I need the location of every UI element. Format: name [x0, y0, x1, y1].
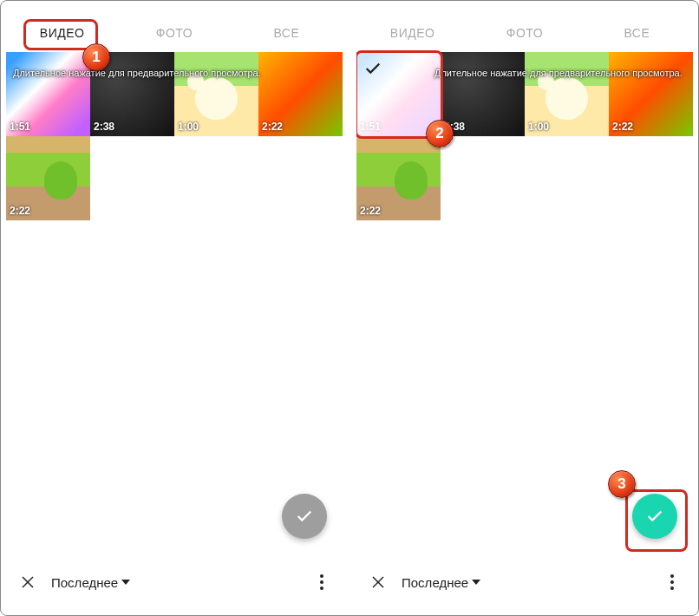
tabs: ВИДЕО ФОТО ВСЕ: [6, 14, 343, 52]
close-icon: [370, 574, 386, 590]
duration-label: 2:22: [10, 205, 30, 217]
thumbnail[interactable]: 2:22: [609, 52, 693, 136]
duration-label: 2:38: [444, 121, 465, 133]
check-icon: [295, 507, 314, 526]
confirm-fab[interactable]: [632, 494, 677, 539]
chevron-down-icon: [121, 578, 130, 587]
thumbnail[interactable]: 1:00: [174, 52, 258, 136]
filter-label: Последнее: [402, 575, 468, 590]
selected-check-icon: [363, 59, 382, 78]
thumbnail[interactable]: 2:38: [441, 52, 525, 136]
close-icon: [20, 574, 36, 590]
filter-label: Последнее: [51, 575, 118, 590]
thumbnail[interactable]: 2:22: [258, 52, 343, 136]
bottom-bar: Последнее: [6, 560, 343, 604]
filter-dropdown[interactable]: Последнее: [51, 575, 130, 590]
overflow-menu[interactable]: [663, 574, 681, 590]
svg-marker-5: [472, 580, 480, 585]
screen-left: ВИДЕО ФОТО ВСЕ Длительное нажатие для пр…: [6, 14, 343, 604]
close-button[interactable]: [18, 574, 37, 590]
duration-label: 2:22: [612, 121, 633, 133]
svg-marker-2: [121, 580, 130, 585]
filter-dropdown[interactable]: Последнее: [402, 575, 480, 590]
gallery: Длительное нажатие для предварительного …: [356, 52, 693, 220]
duration-label: 1:51: [360, 121, 381, 133]
tab-video[interactable]: ВИДЕО: [356, 26, 468, 40]
close-button[interactable]: [369, 574, 388, 590]
tab-photo[interactable]: ФОТО: [468, 26, 580, 40]
duration-label: 1:00: [178, 121, 199, 133]
tab-photo[interactable]: ФОТО: [118, 26, 230, 40]
duration-label: 1:51: [10, 121, 30, 133]
tab-all[interactable]: ВСЕ: [581, 26, 693, 40]
thumbnail[interactable]: 1:51: [6, 52, 90, 136]
tabs: ВИДЕО ФОТО ВСЕ: [356, 14, 693, 52]
screen-right: ВИДЕО ФОТО ВСЕ Длительное нажатие для пр…: [356, 14, 693, 604]
thumbnail[interactable]: 2:38: [90, 52, 174, 136]
duration-label: 2:22: [360, 205, 381, 217]
duration-label: 1:00: [528, 121, 549, 133]
thumbnail[interactable]: 2:22: [6, 136, 90, 220]
thumbnail[interactable]: 1:51: [356, 52, 441, 136]
thumbnail[interactable]: 1:00: [525, 52, 609, 136]
duration-label: 2:38: [94, 121, 114, 133]
overflow-menu[interactable]: [313, 574, 330, 590]
tab-all[interactable]: ВСЕ: [231, 26, 343, 40]
gallery: Длительное нажатие для предварительного …: [6, 52, 343, 220]
tab-video[interactable]: ВИДЕО: [6, 26, 118, 40]
duration-label: 2:22: [262, 121, 283, 133]
check-icon: [645, 507, 664, 526]
annotation-badge: 3: [608, 470, 636, 498]
confirm-fab[interactable]: [282, 494, 327, 539]
thumbnail[interactable]: 2:22: [356, 136, 441, 220]
bottom-bar: Последнее: [356, 560, 693, 604]
chevron-down-icon: [472, 578, 480, 587]
